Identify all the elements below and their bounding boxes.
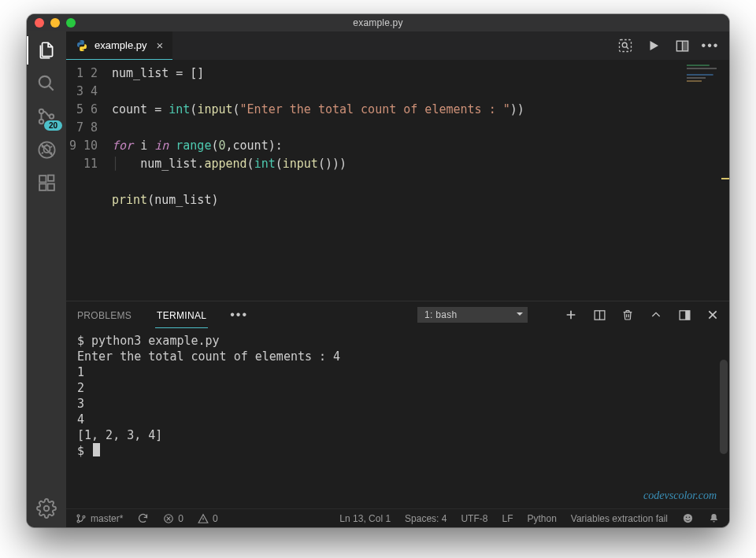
split-terminal-icon[interactable] [592,308,606,322]
svg-rect-6 [39,183,46,190]
status-language[interactable]: Python [527,513,556,524]
status-branch[interactable]: master* [76,513,123,524]
toggle-panel-layout-icon[interactable] [677,308,691,322]
debug-disabled-icon[interactable] [35,139,57,161]
svg-point-20 [686,516,687,518]
maximize-panel-icon[interactable] [649,308,663,322]
status-encoding[interactable]: UTF-8 [461,513,487,524]
svg-rect-5 [39,176,46,182]
status-warnings[interactable]: 0 [198,513,218,524]
close-tab-icon[interactable]: × [156,39,163,52]
terminal-output[interactable]: $ python3 example.py Enter the total cou… [66,328,729,508]
zoom-window-button[interactable] [66,18,76,28]
svg-rect-7 [47,183,54,190]
svg-point-21 [689,516,691,518]
git-branch-icon [76,513,87,524]
bottom-panel: PROBLEMS TERMINAL ••• 1: bash [66,301,729,508]
tab-filename: example.py [94,39,146,51]
window-title: example.py [27,17,729,28]
panel-more-tabs-icon[interactable]: ••• [230,308,248,322]
panel-tab-row: PROBLEMS TERMINAL ••• 1: bash [66,301,729,328]
settings-gear-icon[interactable] [35,497,57,519]
python-file-icon [76,39,88,52]
close-panel-icon[interactable] [706,308,720,322]
status-sync[interactable] [137,512,149,524]
activity-bar: 20 [27,31,66,527]
status-feedback-icon[interactable] [682,512,694,524]
terminal-selector-value: 1: bash [417,307,528,323]
search-icon[interactable] [35,72,57,94]
find-in-selection-icon[interactable] [617,38,633,54]
source-control-icon[interactable]: 20 [35,105,57,127]
editor-tab[interactable]: example.py × [66,31,172,60]
warning-icon [198,513,209,524]
close-window-button[interactable] [35,18,44,28]
vscode-window: example.py 20 [27,14,729,527]
sync-icon [137,512,149,524]
svg-point-9 [44,506,50,512]
more-actions-icon[interactable]: ••• [702,38,718,54]
minimize-window-button[interactable] [50,18,60,28]
watermark: codevscolor.com [643,488,717,504]
new-terminal-icon[interactable] [564,308,578,322]
terminal-scrollbar[interactable] [720,360,728,454]
svg-point-3 [50,114,54,118]
editor-group: example.py × ••• 1 2 3 4 5 6 7 8 9 10 11… [66,31,729,527]
titlebar: example.py [27,14,729,31]
extensions-icon[interactable] [35,172,57,194]
explorer-icon[interactable] [35,39,57,61]
svg-point-1 [39,109,43,113]
code-content[interactable]: num_list = [] count = int(input("Enter t… [109,60,684,301]
error-icon [163,513,174,524]
svg-rect-10 [620,40,632,52]
status-indent[interactable]: Spaces: 4 [405,513,447,524]
status-errors[interactable]: 0 [163,513,183,524]
svg-point-19 [684,514,692,523]
line-gutter: 1 2 3 4 5 6 7 8 9 10 11 [66,60,109,301]
svg-point-11 [622,42,627,47]
code-editor[interactable]: 1 2 3 4 5 6 7 8 9 10 11 num_list = [] co… [66,60,729,301]
svg-point-15 [77,515,80,517]
svg-rect-8 [48,175,54,180]
svg-point-17 [83,516,85,518]
svg-point-0 [39,76,50,87]
scm-badge: 20 [44,120,62,131]
split-editor-icon[interactable] [674,38,690,54]
editor-tab-row: example.py × ••• [66,31,729,60]
status-cursor-position[interactable]: Ln 13, Col 1 [339,513,391,524]
run-icon[interactable] [646,38,662,54]
minimap[interactable] [684,60,729,301]
svg-point-16 [77,520,80,523]
status-message[interactable]: Variables extraction fail [571,513,668,524]
status-bar: master* 0 0 Ln 13, Col 1 Spaces: 4 UTF-8… [66,508,729,527]
status-eol[interactable]: LF [502,513,513,524]
editor-actions: ••• [617,31,729,60]
panel-tab-problems[interactable]: PROBLEMS [76,302,133,327]
svg-point-2 [39,120,43,124]
terminal-selector[interactable]: 1: bash [417,307,528,323]
traffic-lights [35,18,76,28]
status-bell-icon[interactable] [708,512,720,524]
kill-terminal-icon[interactable] [621,308,635,322]
panel-tab-terminal[interactable]: TERMINAL [155,302,208,328]
